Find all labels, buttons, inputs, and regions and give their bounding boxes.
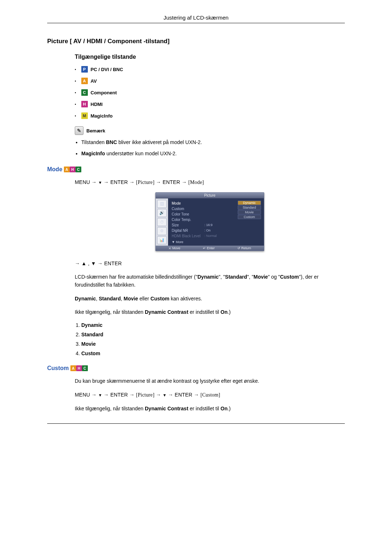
text: understøtter kun model UXN-2. [105, 151, 177, 156]
osd-label: Mode [172, 201, 204, 205]
osd-foot-move: ⨯ Move [168, 246, 180, 250]
note-list: Tilstanden BNC bliver ikke aktiveret på … [75, 139, 345, 157]
text-bold: Standard [225, 274, 247, 280]
badge-h-icon: H [70, 167, 75, 172]
mode-item-pc: P PC / DVI / BNC [75, 66, 345, 73]
custom-heading: Custom A H C [47, 365, 345, 372]
text: Ikke tilgængelig, når tilstanden [75, 309, 145, 315]
text-bold: Movie [124, 296, 138, 301]
text: ", " [247, 274, 254, 280]
osd-icon: ⏱ [157, 218, 167, 226]
osd-value: : On [204, 229, 226, 232]
text: → ENTER → [167, 392, 200, 398]
osd-option-selected: Dynamic [238, 201, 261, 205]
osd-menu: Mode Custom Color Tone Color Temp. Dynam… [168, 198, 264, 246]
page-header: Justering af LCD-skærmen [47, 15, 345, 23]
heading-text: Custom [47, 365, 69, 372]
document-page: Justering af LCD-skærmen Picture [ AV / … [0, 0, 392, 446]
text: Ikke tilgængelig, når tilstanden [75, 406, 145, 411]
text-bold: BNC [106, 139, 117, 145]
text-bold: On [221, 309, 228, 315]
osd-footer: ⨯ Move ↵ Enter ↺ Return [156, 246, 264, 251]
text: MENU → [75, 179, 98, 185]
osd-row: HDMI Black Level: Normal [172, 233, 261, 239]
text-bracket: [Picture] [136, 392, 155, 398]
mode-label: HDMI [91, 102, 103, 107]
badge-c-icon: C [75, 167, 81, 172]
list-item: Custom [81, 350, 345, 356]
text: , [121, 296, 124, 301]
text: " og " [268, 274, 280, 280]
heading-badges: A H C [70, 365, 88, 371]
badge-p-icon: P [81, 66, 88, 73]
subsection-title: Tilgængelige tilstande [75, 54, 345, 60]
text-bold: Dynamic [75, 296, 96, 301]
osd-label: Size [172, 223, 204, 227]
badge-h-icon: H [76, 365, 82, 371]
section-title: Picture [ AV / HDMI / Component -tilstan… [47, 38, 345, 45]
text-bold: Dynamic Contrast [145, 406, 188, 411]
osd-label: Custom [172, 207, 204, 211]
badge-h-icon: H [81, 101, 88, 107]
text-bold: On [221, 406, 228, 411]
mode-item-component: C Component [75, 89, 345, 96]
mode-label: AV [91, 78, 97, 84]
text-bold: MagicInfo [81, 151, 105, 156]
list-item: Dynamic [81, 322, 345, 328]
badge-c-icon: C [81, 89, 88, 96]
heading-badges: A H C [64, 167, 81, 172]
osd-sidebar: 🖼 🔊 ⏱ ⚙ 📊 [156, 198, 168, 246]
badge-c-icon: C [82, 365, 88, 371]
osd-row: Color Temp. [172, 217, 238, 222]
text-bold: Custom [280, 274, 299, 280]
osd-options: Dynamic Standard Movie Custom [238, 201, 261, 222]
text-bold: Dynamic [81, 322, 102, 328]
text-bold: Standard [81, 332, 103, 337]
mode-label: Component [91, 90, 117, 95]
text-bracket: [Picture] [136, 180, 155, 185]
down-triangle-icon: ▼ [163, 393, 167, 397]
text: , [96, 296, 99, 301]
text: → ENTER → [155, 179, 188, 185]
mode-label: PC / DVI / BNC [91, 67, 123, 72]
text: kan aktiveres. [170, 296, 202, 301]
text: er indstillet til [188, 309, 221, 315]
osd-value: : Normal [204, 234, 226, 238]
text: .) [228, 406, 231, 411]
nav-path: MENU → ▼ → ENTER → [Picture] → ▼ → ENTER… [75, 391, 345, 399]
list-item: Movie [81, 341, 345, 347]
osd-icon: 🔊 [157, 209, 167, 217]
paragraph: Dynamic, Standard, Movie eller Custom ka… [75, 295, 345, 303]
osd-value: : 16:9 [204, 223, 226, 227]
osd-option: Custom [238, 215, 261, 219]
osd-row: Custom [172, 206, 238, 212]
osd-icon: 📊 [157, 236, 167, 244]
text-bold: Dynamic [197, 274, 219, 280]
badge-a-icon: A [70, 365, 76, 371]
text-bracket: [Custom] [200, 392, 220, 398]
mode-item-av: A AV [75, 78, 345, 84]
heading-text: Mode [47, 166, 62, 173]
list-item: Standard [81, 332, 345, 337]
nav-path-2: → ▲ , ▼ → ENTER [75, 260, 345, 268]
osd-row: Mode [172, 201, 238, 206]
mode-item-hdmi: H HDMI [75, 101, 345, 107]
text: .) [228, 309, 231, 315]
mode-label: MagicInfo [91, 113, 113, 119]
osd-label: HDMI Black Level [172, 234, 204, 238]
mode-list: P PC / DVI / BNC A AV C Component H HDMI… [75, 66, 345, 119]
text: MENU → [75, 392, 98, 398]
text: bliver ikke aktiveret på model UXN-2. [117, 139, 202, 145]
note-heading: ✎ Bemærk [75, 126, 345, 135]
down-triangle-icon: ▼ [98, 393, 102, 397]
osd-label: Digital NR [172, 229, 204, 233]
badge-m-icon: M [81, 112, 88, 119]
text: ", " [219, 274, 225, 280]
note-icon: ✎ [75, 126, 83, 135]
osd-icon: 🖼 [157, 200, 167, 208]
numbered-list: Dynamic Standard Movie Custom [75, 322, 345, 356]
osd-option: Movie [238, 210, 261, 214]
osd-row: Size: 16:9 [172, 222, 261, 228]
text-bold: Custom [151, 296, 170, 301]
text: → ENTER → [102, 179, 136, 185]
